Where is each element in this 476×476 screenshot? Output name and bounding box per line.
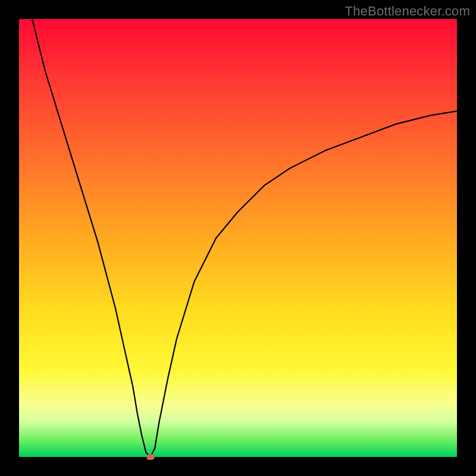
plot-area [19,19,457,457]
bottleneck-curve [19,19,457,457]
watermark-text: TheBottlenecker.com [345,4,470,19]
optimum-marker [146,454,155,460]
chart-frame: TheBottlenecker.com [0,0,476,476]
curve-path [32,19,457,457]
